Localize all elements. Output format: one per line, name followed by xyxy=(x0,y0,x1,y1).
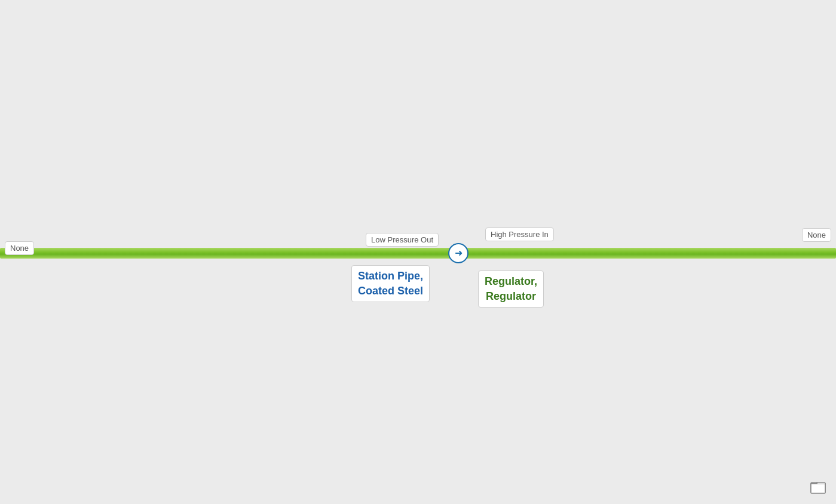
label-high-pressure-in: High Pressure In xyxy=(485,228,554,241)
station-pipe-line1: Station Pipe, xyxy=(358,269,423,284)
regulator-node[interactable]: ➜ xyxy=(448,243,468,263)
arrow-right-icon: ➜ xyxy=(455,248,463,258)
folder-icon[interactable] xyxy=(810,478,826,494)
low-pressure-out-text: Low Pressure Out xyxy=(371,235,433,244)
label-none-right: None xyxy=(802,228,831,242)
label-none-left: None xyxy=(5,241,34,255)
pipeline-track xyxy=(0,248,836,259)
label-low-pressure-out: Low Pressure Out xyxy=(366,233,439,247)
station-pipe-line2: Coated Steel xyxy=(358,284,423,299)
pipeline-line xyxy=(0,248,836,259)
label-regulator[interactable]: Regulator, Regulator xyxy=(478,271,544,308)
none-right-text: None xyxy=(807,231,826,239)
label-station-pipe[interactable]: Station Pipe, Coated Steel xyxy=(351,265,430,302)
regulator-line2: Regulator xyxy=(485,289,537,304)
high-pressure-in-text: High Pressure In xyxy=(491,230,549,239)
regulator-line1: Regulator, xyxy=(485,274,537,289)
none-left-text: None xyxy=(10,244,29,253)
